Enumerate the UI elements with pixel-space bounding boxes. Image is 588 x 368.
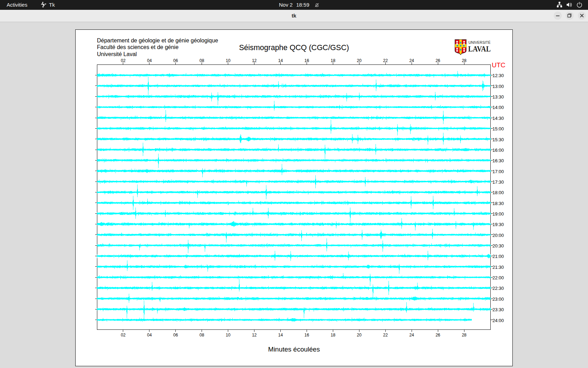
svg-text:LAVAL: LAVAL (468, 45, 491, 53)
svg-text:UNIVERSITÉ: UNIVERSITÉ (469, 40, 491, 45)
